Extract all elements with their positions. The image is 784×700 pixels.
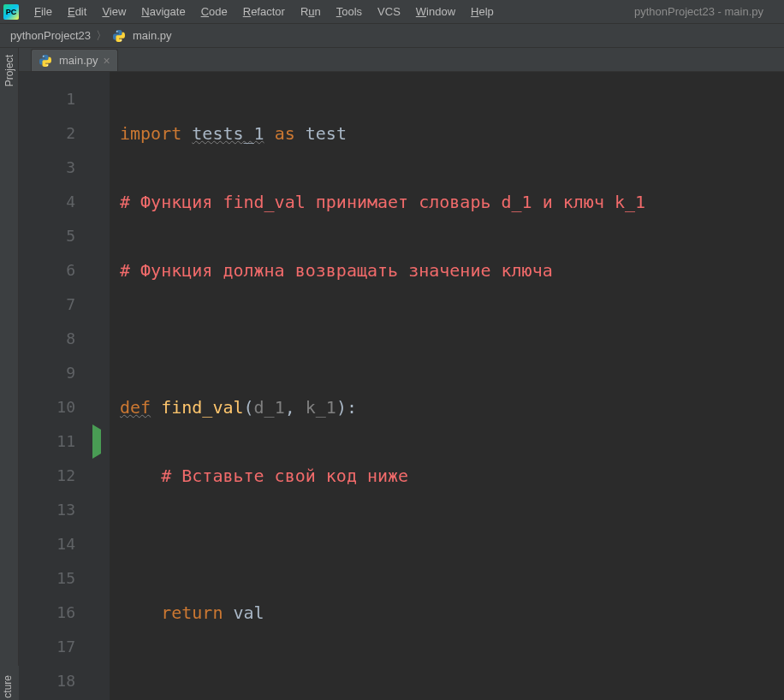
menu-code[interactable]: Code (194, 2, 235, 21)
svg-point-0 (116, 31, 117, 32)
app-icon: PC (3, 4, 19, 20)
editor-tabs: main.py × (19, 48, 784, 72)
gutter-icons (84, 72, 110, 700)
svg-point-1 (120, 39, 121, 40)
project-tool-button[interactable]: Project (2, 48, 17, 93)
close-icon[interactable]: × (104, 55, 110, 67)
menu-help[interactable]: Help (464, 2, 501, 21)
python-file-icon (112, 29, 126, 43)
run-icon[interactable] (84, 424, 110, 459)
menu-file[interactable]: File (27, 2, 59, 21)
code-editor[interactable]: 1 2 3 4 5 6 7 8 9 10 11 12 13 14 15 16 1… (19, 72, 784, 700)
menu-tools[interactable]: Tools (330, 2, 369, 21)
svg-point-3 (46, 64, 47, 65)
menu-window[interactable]: Window (409, 2, 462, 21)
menu-bar: PC File Edit View Navigate Code Refactor… (0, 0, 784, 24)
vertical-scrollbar[interactable] (774, 72, 784, 700)
left-tool-stripe: Project (0, 48, 19, 700)
window-title: pythonProject23 - main.py (634, 5, 763, 18)
menu-navigate[interactable]: Navigate (134, 2, 192, 21)
line-number-gutter: 1 2 3 4 5 6 7 8 9 10 11 12 13 14 15 16 1… (19, 72, 84, 700)
tab-main-py[interactable]: main.py × (31, 49, 118, 71)
menu-view[interactable]: View (95, 2, 133, 21)
structure-tool-button[interactable]: cture (0, 673, 15, 700)
menu-refactor[interactable]: Refactor (236, 2, 292, 21)
breadcrumb-file[interactable]: main.py (133, 29, 172, 42)
python-file-icon (39, 54, 52, 68)
tab-label: main.py (59, 54, 98, 67)
menu-edit[interactable]: Edit (61, 2, 93, 21)
chevron-right-icon: 〉 (96, 28, 107, 44)
breadcrumb-project[interactable]: pythonProject23 (10, 29, 91, 42)
menu-run[interactable]: Run (294, 2, 328, 21)
code-area[interactable]: import tests_1 as test # Функция find_va… (110, 72, 784, 700)
menu-vcs[interactable]: VCS (371, 2, 407, 21)
svg-point-2 (43, 56, 44, 56)
left-tool-stripe-bottom: cture (0, 666, 19, 700)
navigation-bar: pythonProject23 〉 main.py (0, 24, 784, 48)
